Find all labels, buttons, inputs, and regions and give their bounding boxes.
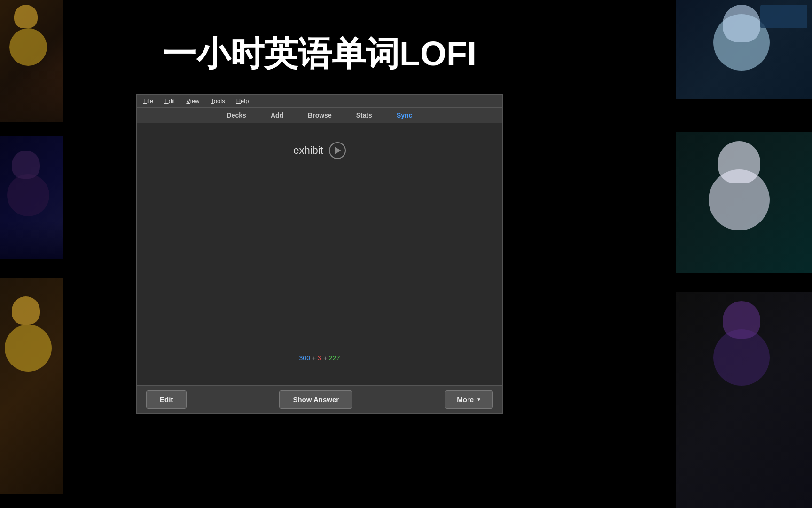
nav-tabs: Decks Add Browse Stats Sync — [137, 108, 502, 123]
due-count: 227 — [329, 354, 340, 362]
stats-plus-2: + — [323, 354, 327, 362]
right-thumbnail-1 — [676, 0, 812, 99]
edit-button[interactable]: Edit — [146, 390, 187, 409]
menu-help[interactable]: Help — [234, 96, 251, 105]
video-title-area: 一小时英语单词LOFI — [136, 14, 503, 94]
card-word-row: exhibit — [293, 142, 346, 159]
stats-plus-1: + — [312, 354, 316, 362]
card-stats: 300 + 3 + 227 — [299, 354, 340, 362]
tab-decks[interactable]: Decks — [224, 111, 249, 120]
menu-bar: File Edit View Tools Help — [137, 95, 502, 108]
anki-window: File Edit View Tools Help Decks Add Brow… — [136, 94, 503, 414]
new-count: 300 — [299, 354, 310, 362]
menu-view[interactable]: View — [184, 96, 201, 105]
learn-count: 3 — [318, 354, 321, 362]
menu-file[interactable]: File — [141, 96, 155, 105]
left-thumbnail-1 — [0, 0, 63, 122]
menu-edit[interactable]: Edit — [163, 96, 177, 105]
more-dropdown-icon: ▼ — [476, 397, 481, 402]
left-thumbnail-2 — [0, 136, 63, 259]
tab-sync[interactable]: Sync — [394, 111, 415, 120]
card-word: exhibit — [293, 144, 323, 157]
play-audio-button[interactable] — [329, 142, 346, 159]
bottom-bar: Edit Show Answer More ▼ — [137, 385, 502, 413]
tab-stats[interactable]: Stats — [353, 111, 375, 120]
left-thumbnail-3 — [0, 278, 63, 494]
more-label: More — [457, 396, 474, 404]
right-thumbnail-3 — [676, 292, 812, 508]
tab-add[interactable]: Add — [268, 111, 286, 120]
video-title: 一小时英语单词LOFI — [163, 32, 476, 77]
tab-browse[interactable]: Browse — [305, 111, 335, 120]
right-thumbnail-2 — [676, 132, 812, 273]
more-button[interactable]: More ▼ — [445, 390, 493, 409]
play-triangle-icon — [335, 147, 341, 154]
card-area: exhibit 300 + 3 + 227 — [137, 123, 502, 385]
menu-tools[interactable]: Tools — [209, 96, 226, 105]
show-answer-button[interactable]: Show Answer — [279, 390, 352, 409]
